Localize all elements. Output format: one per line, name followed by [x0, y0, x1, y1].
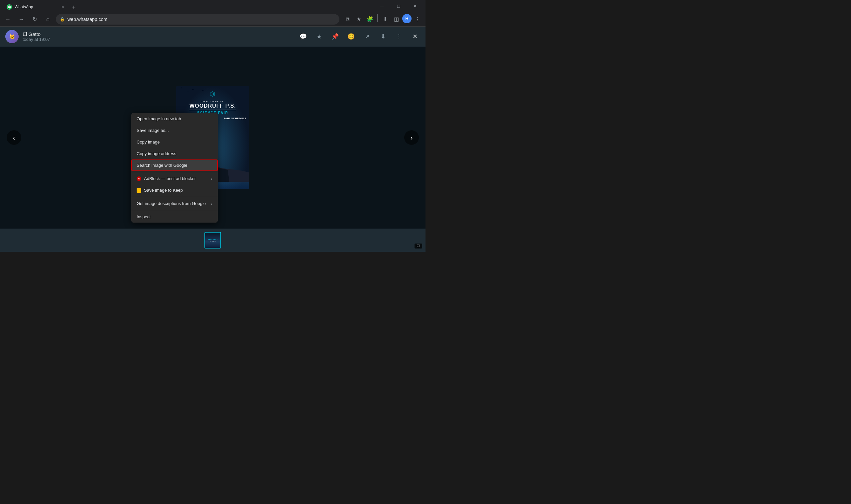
- next-arrow-button[interactable]: ›: [404, 130, 419, 145]
- pin-button[interactable]: 📌: [330, 31, 340, 42]
- contact-time: today at 19:07: [23, 37, 294, 42]
- contact-name: El Gatto: [23, 31, 294, 37]
- poster-atom: ⚛: [209, 90, 216, 99]
- contact-info: El Gatto today at 19:07: [23, 31, 294, 42]
- active-tab[interactable]: 💬 WhatsApp ✕: [3, 2, 69, 12]
- context-save-to-keep-label: Save image to Keep: [144, 188, 183, 193]
- prev-arrow-button[interactable]: ‹: [7, 130, 21, 145]
- context-adblock[interactable]: A AdBlock — best ad blocker ›: [131, 173, 218, 184]
- avatar: 🐱: [5, 30, 19, 43]
- emoji-button[interactable]: 😊: [346, 31, 356, 42]
- context-search-with-google-label: Search image with Google: [137, 163, 187, 168]
- thumbnail-inner: WOODRUFF SCIENCE: [205, 233, 220, 248]
- context-divider-3: [131, 210, 218, 210]
- context-get-descriptions[interactable]: Get image descriptions from Google ›: [131, 198, 218, 209]
- adblock-icon: A: [137, 176, 141, 181]
- viewer-content: ‹: [0, 47, 425, 229]
- context-divider-1: [131, 172, 218, 172]
- back-button[interactable]: ←: [3, 14, 13, 24]
- window-controls: ─ □ ✕: [374, 1, 423, 11]
- address-text: web.whatsapp.com: [68, 17, 335, 22]
- context-copy-image[interactable]: Copy image: [131, 136, 218, 148]
- thumbnail-item[interactable]: WOODRUFF SCIENCE: [205, 232, 221, 249]
- address-bar[interactable]: 🔒 web.whatsapp.com: [56, 14, 339, 24]
- maximize-button[interactable]: □: [391, 1, 406, 11]
- browser-titlebar: 💬 WhatsApp ✕ + ─ □ ✕: [0, 0, 425, 12]
- new-tab-button[interactable]: +: [69, 3, 78, 12]
- context-open-new-tab-label: Open image in new tab: [137, 116, 181, 121]
- poster-annual: THE ANNUAL: [201, 100, 224, 103]
- keep-icon: ☰: [137, 188, 141, 193]
- download-button[interactable]: ⬇: [379, 14, 390, 24]
- tab-close-button[interactable]: ✕: [60, 4, 65, 10]
- tab-title: WhatsApp: [15, 5, 57, 9]
- close-viewer-button[interactable]: ✕: [410, 31, 420, 42]
- tab-favicon: 💬: [7, 4, 12, 10]
- context-get-descriptions-label: Get image descriptions from Google: [137, 201, 206, 206]
- context-inspect-label: Inspect: [137, 214, 150, 219]
- keep-item-left: ☰ Save image to Keep: [137, 188, 183, 193]
- poster-title: WOODRUFF P.S.: [190, 103, 236, 110]
- menu-button[interactable]: ⋮: [412, 14, 423, 24]
- viewer-topbar: 🐱 El Gatto today at 19:07 💬 ★ 📌 😊 ↗ ⬇ ⋮ …: [0, 26, 425, 47]
- profile-button[interactable]: H: [402, 14, 411, 23]
- context-save-image-as[interactable]: Save image as...: [131, 125, 218, 136]
- secure-icon: 🔒: [60, 17, 65, 22]
- avatar-image: 🐱: [5, 30, 19, 43]
- browser-toolbar: ← → ↻ ⌂ 🔒 web.whatsapp.com ⧉ ★ 🧩 ⬇ ◫ H ⋮: [0, 12, 425, 26]
- home-button[interactable]: ⌂: [42, 14, 53, 24]
- adblock-item-left: A AdBlock — best ad blocker: [137, 176, 196, 181]
- minimize-button[interactable]: ─: [374, 1, 390, 11]
- context-adblock-label: AdBlock — best ad blocker: [144, 176, 196, 181]
- reload-button[interactable]: ↻: [29, 14, 40, 24]
- puzzle-button[interactable]: 🧩: [365, 14, 375, 24]
- thumbnail-strip: WOODRUFF SCIENCE: [0, 229, 425, 252]
- viewer-actions: 💬 ★ 📌 😊 ↗ ⬇ ⋮ ✕: [298, 31, 420, 42]
- close-button[interactable]: ✕: [408, 1, 423, 11]
- context-save-to-keep[interactable]: ☰ Save image to Keep: [131, 184, 218, 196]
- forward-button[interactable]: →: [16, 14, 26, 24]
- adblock-chevron: ›: [211, 176, 212, 181]
- context-menu: Open image in new tab Save image as... C…: [131, 113, 218, 222]
- descriptions-chevron: ›: [211, 201, 212, 206]
- sidebar-button[interactable]: ◫: [391, 14, 402, 24]
- context-search-with-google[interactable]: Search image with Google: [131, 160, 218, 171]
- context-open-new-tab[interactable]: Open image in new tab: [131, 113, 218, 125]
- toolbar-actions: ⧉ ★ 🧩 ⬇ ◫ H ⋮: [342, 14, 423, 24]
- context-copy-image-address-label: Copy image address: [137, 151, 176, 156]
- comment-button[interactable]: 💬: [298, 31, 308, 42]
- whatsapp-viewer: 🐱 El Gatto today at 19:07 💬 ★ 📌 😊 ↗ ⬇ ⋮ …: [0, 26, 425, 252]
- more-options-button[interactable]: ⋮: [394, 31, 404, 42]
- star-button[interactable]: ★: [314, 31, 324, 42]
- share-button[interactable]: ↗: [362, 31, 372, 42]
- bookmark-button[interactable]: ★: [353, 14, 364, 24]
- context-inspect[interactable]: Inspect: [131, 211, 218, 222]
- watermark: GI: [414, 244, 422, 249]
- extensions-button[interactable]: ⧉: [342, 14, 353, 24]
- context-divider-2: [131, 197, 218, 197]
- tab-strip: 💬 WhatsApp ✕ +: [3, 0, 373, 12]
- toolbar-divider: [377, 14, 378, 22]
- context-copy-image-label: Copy image: [137, 140, 160, 145]
- context-save-image-as-label: Save image as...: [137, 128, 169, 133]
- context-copy-image-address[interactable]: Copy image address: [131, 148, 218, 160]
- download-action-button[interactable]: ⬇: [378, 31, 388, 42]
